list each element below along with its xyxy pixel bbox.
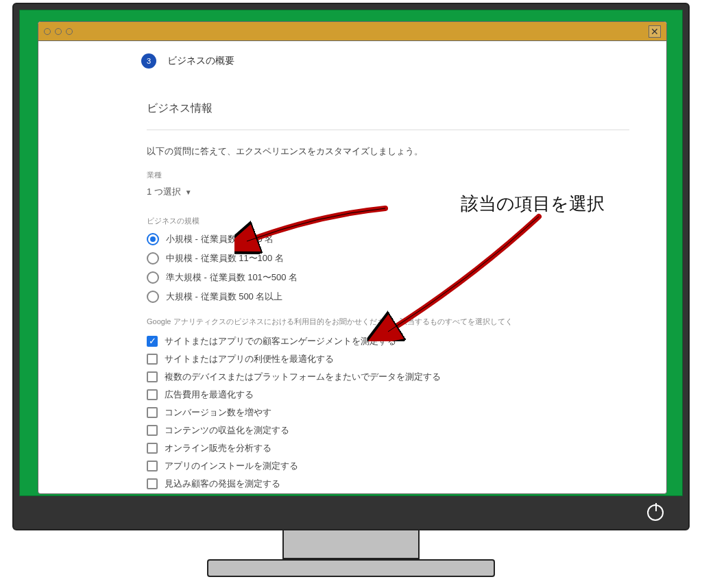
traffic-dot	[55, 28, 62, 35]
size-option-label: 小規模 - 従業員数 1〜10 名	[166, 233, 274, 245]
checkbox-icon	[147, 389, 158, 400]
traffic-lights	[44, 28, 73, 35]
monitor-illustration: ✕ 3 ビジネスの概要 ビジネス情報 以下の質問に答えて、エクスペリエンスをカス…	[0, 0, 702, 588]
business-info-card: ビジネス情報 以下の質問に答えて、エクスペリエンスをカスタマイズしましょう。 業…	[128, 86, 649, 493]
app-window: ✕ 3 ビジネスの概要 ビジネス情報 以下の質問に答えて、エクスペリエンスをカス…	[38, 21, 667, 494]
checkbox-icon	[147, 478, 158, 489]
usage-option-label: サイトまたはアプリでの顧客エンゲージメントを測定する	[165, 335, 396, 347]
close-button[interactable]: ✕	[649, 25, 661, 38]
usage-option-label: コンバージョン数を増やす	[165, 406, 271, 419]
usage-option[interactable]: コンバージョン数を増やす	[147, 406, 629, 419]
traffic-dot	[44, 28, 51, 35]
radio-icon	[147, 252, 159, 265]
size-option-label: 準大規模 - 従業員数 101〜500 名	[166, 271, 298, 284]
usage-option[interactable]: アプリのインストールを測定する	[147, 460, 629, 472]
monitor-stand	[282, 530, 420, 559]
radio-icon	[147, 291, 159, 303]
chevron-down-icon: ▼	[185, 188, 192, 196]
usage-option[interactable]: オンライン販売を分析する	[147, 442, 629, 454]
size-option-label: 大規模 - 従業員数 500 名以上	[166, 291, 282, 303]
traffic-dot	[66, 28, 73, 35]
size-option[interactable]: 中規模 - 従業員数 11〜100 名	[147, 252, 629, 265]
checkbox-icon	[147, 425, 158, 436]
size-label: ビジネスの規模	[147, 216, 629, 226]
usage-option[interactable]: サイトまたはアプリの利便性を最適化する	[147, 353, 629, 365]
monitor-body: ✕ 3 ビジネスの概要 ビジネス情報 以下の質問に答えて、エクスペリエンスをカス…	[12, 3, 690, 530]
usage-option-label: サイトまたはアプリの利便性を最適化する	[165, 353, 334, 365]
usage-option-label: 複数のデバイスまたはプラットフォームをまたいでデータを測定する	[165, 371, 441, 383]
radio-icon	[147, 271, 159, 284]
size-option-label: 中規模 - 従業員数 11〜100 名	[166, 252, 284, 265]
usage-option[interactable]: 複数のデバイスまたはプラットフォームをまたいでデータを測定する	[147, 371, 629, 383]
radio-icon	[147, 233, 159, 245]
checkbox-icon	[147, 354, 158, 365]
card-title: ビジネス情報	[147, 101, 629, 130]
size-option[interactable]: 準大規模 - 従業員数 101〜500 名	[147, 271, 629, 284]
power-icon	[647, 504, 664, 521]
step-title: ビジネスの概要	[167, 55, 234, 67]
industry-label: 業種	[147, 170, 629, 180]
usage-option-label: オンライン販売を分析する	[165, 442, 271, 454]
usage-option[interactable]: 見込み顧客の発掘を測定する	[147, 478, 629, 490]
step-header: 3 ビジネスの概要	[38, 53, 666, 69]
monitor-base	[207, 559, 495, 577]
usage-option-label: 見込み顧客の発掘を測定する	[165, 478, 280, 490]
usage-option[interactable]: 広告費用を最適化する	[147, 389, 629, 401]
usage-option[interactable]: サイトまたはアプリでの顧客エンゲージメントを測定する	[147, 335, 629, 347]
callout-text: 該当の項目を選択	[461, 192, 605, 216]
title-bar: ✕	[38, 22, 666, 41]
usage-option-label: コンテンツの収益化を測定する	[165, 424, 289, 437]
size-option[interactable]: 小規模 - 従業員数 1〜10 名	[147, 233, 629, 245]
step-number-badge: 3	[141, 53, 156, 69]
usage-option[interactable]: コンテンツの収益化を測定する	[147, 424, 629, 437]
checkbox-icon	[147, 461, 158, 471]
checkbox-icon	[147, 336, 158, 347]
usage-option-label: 広告費用を最適化する	[165, 389, 254, 401]
monitor-screen: ✕ 3 ビジネスの概要 ビジネス情報 以下の質問に答えて、エクスペリエンスをカス…	[19, 10, 683, 496]
usage-label: Google アナリティクスのビジネスにおける利用目的をお聞かせください。該当す…	[147, 317, 629, 327]
checkbox-icon	[147, 407, 158, 418]
checkbox-icon	[147, 443, 158, 454]
content-area: 3 ビジネスの概要 ビジネス情報 以下の質問に答えて、エクスペリエンスをカスタマ…	[38, 41, 666, 493]
intro-text: 以下の質問に答えて、エクスペリエンスをカスタマイズしましょう。	[147, 145, 629, 158]
checkbox-icon	[147, 371, 158, 382]
dropdown-selected: 1 つ選択	[147, 186, 181, 198]
size-option[interactable]: 大規模 - 従業員数 500 名以上	[147, 291, 629, 303]
usage-option-label: アプリのインストールを測定する	[165, 460, 298, 472]
